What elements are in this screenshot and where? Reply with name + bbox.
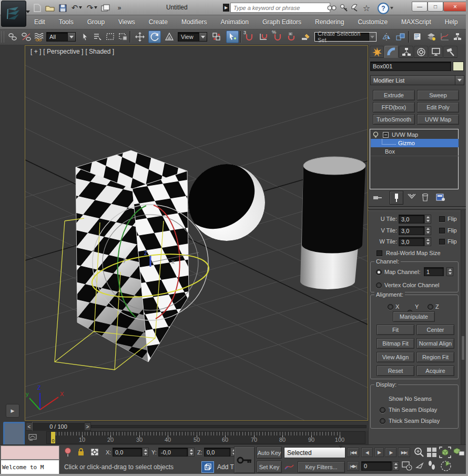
v-flip-checkbox[interactable]	[439, 228, 445, 234]
v-tile-spinner[interactable]	[424, 226, 431, 235]
menu-group[interactable]: Group	[80, 18, 111, 26]
percent-snap-toggle-icon[interactable]: %	[271, 31, 284, 43]
zoom-extents-icon[interactable]	[439, 447, 451, 458]
bitmap-fit-button[interactable]: Bitmap Fit	[377, 338, 414, 349]
menu-help[interactable]: Help	[438, 18, 465, 26]
z-coord-field[interactable]: 0,0	[204, 448, 230, 457]
thick-seam-radio[interactable]	[380, 418, 385, 424]
select-and-move-icon[interactable]	[134, 31, 146, 43]
time-slider-next-button[interactable]: >	[84, 422, 91, 431]
zoom-all-icon[interactable]	[426, 447, 438, 458]
w-tile-spinner[interactable]	[424, 237, 431, 246]
menu-edit[interactable]: Edit	[27, 18, 52, 26]
tab-utilities[interactable]	[443, 46, 457, 58]
menu-customize[interactable]: Customize	[351, 18, 394, 26]
map-channel-radio[interactable]	[376, 269, 382, 275]
thin-seam-radio[interactable]	[380, 407, 385, 413]
maxscript-listener-white[interactable]: Welcome to M	[1, 460, 59, 474]
help-dropdown[interactable]	[390, 7, 393, 9]
favorites-star-icon[interactable]: ☆	[361, 3, 372, 13]
unlink-selection-icon[interactable]	[20, 31, 33, 43]
mini-curve-editor-icon[interactable]	[27, 432, 38, 443]
window-crossing-icon[interactable]	[117, 31, 129, 43]
viewport-layout-tab-expand-button[interactable]: ▶	[6, 404, 19, 418]
collapse-icon[interactable]	[383, 132, 389, 138]
modifier-button-uvw-map[interactable]: UVW Map	[417, 114, 459, 125]
remove-modifier-icon[interactable]	[419, 191, 431, 203]
y-coord-field[interactable]: -0,0	[158, 448, 188, 457]
view-align-button[interactable]: View Align	[377, 352, 414, 362]
select-by-name-icon[interactable]	[91, 31, 104, 43]
bind-to-space-warp-icon[interactable]	[33, 31, 45, 43]
new-file-button[interactable]	[32, 3, 43, 13]
x-coord-field[interactable]: 0,0	[113, 448, 142, 457]
menu-animation[interactable]: Animation	[214, 18, 256, 26]
map-channel-field[interactable]: 1	[424, 267, 444, 276]
auto-key-button[interactable]: Auto Key	[257, 447, 282, 459]
isolate-balloon-icon[interactable]	[64, 448, 73, 457]
spinner-snap-toggle-icon[interactable]	[285, 31, 298, 43]
walk-through-icon[interactable]	[428, 461, 438, 471]
communication-key-icon[interactable]	[338, 3, 350, 13]
configure-modifier-sets-icon[interactable]	[435, 191, 446, 203]
make-unique-icon[interactable]	[406, 191, 418, 203]
time-slider-track[interactable]: < 0 / 100 >	[25, 421, 368, 431]
object-color-swatch[interactable]	[453, 62, 464, 71]
u-flip-checkbox[interactable]	[439, 216, 445, 222]
vertex-color-radio[interactable]	[376, 282, 382, 288]
stack-row-uvw-map[interactable]: UVW Map	[371, 130, 459, 139]
region-fit-button[interactable]: Region Fit	[416, 352, 454, 362]
maximize-button[interactable]: □	[428, 2, 443, 12]
snaps-toggle-3d-icon[interactable]: 3	[243, 31, 256, 43]
tab-display[interactable]	[429, 46, 443, 58]
align-icon[interactable]	[394, 31, 407, 43]
time-configuration-icon[interactable]	[402, 461, 413, 471]
save-file-button[interactable]	[57, 3, 68, 13]
object-name-field[interactable]: Box001	[370, 62, 451, 71]
tab-create[interactable]	[370, 46, 384, 58]
real-world-checkbox[interactable]	[377, 250, 382, 256]
pan-view-icon[interactable]	[415, 461, 426, 471]
viewport-layout-tab-active[interactable]	[3, 422, 25, 446]
center-button[interactable]: Center	[416, 325, 454, 335]
map-channel-spinner[interactable]	[446, 267, 453, 276]
redo-dropdown[interactable]	[94, 6, 97, 9]
acquire-button[interactable]: Acquire	[416, 366, 454, 376]
maxscript-listener-pink[interactable]	[1, 445, 59, 460]
viewport-menu-shading[interactable]: [ Shaded ]	[85, 48, 114, 55]
menu-tools[interactable]: Tools	[52, 18, 80, 26]
w-tile-field[interactable]: 3,0	[399, 237, 424, 246]
use-pivot-point-center-icon[interactable]	[210, 31, 223, 43]
lightbulb-icon[interactable]	[371, 131, 380, 138]
viewport-menu-view[interactable]: [ Perspective ]	[43, 48, 83, 55]
rectangular-selection-region-icon[interactable]	[104, 31, 117, 43]
u-tile-field[interactable]: 3,0	[399, 215, 424, 224]
close-button[interactable]: ×	[443, 2, 467, 12]
y-coord-spinner[interactable]	[188, 448, 195, 457]
track-bar-ruler[interactable]: 10 20 30 40 50 60 70 80 90 100 0	[46, 431, 365, 444]
x-coord-spinner[interactable]	[142, 448, 149, 457]
modifier-button-sweep[interactable]: Sweep	[417, 90, 459, 100]
modifier-button-extrude[interactable]: Extrude	[373, 90, 415, 100]
perspective-viewport[interactable]: y x z Z X y [ + ] [ Perspective ] [ Shad…	[25, 45, 368, 421]
search-icon[interactable]	[326, 3, 338, 13]
align-z-radio[interactable]	[428, 304, 433, 310]
select-and-manipulate-icon[interactable]	[226, 31, 239, 43]
reset-button[interactable]: Reset	[377, 366, 414, 376]
panel-scrollbar-thumb[interactable]	[462, 336, 464, 360]
cylinder-object[interactable]	[300, 157, 365, 289]
project-folder-button[interactable]	[100, 3, 111, 13]
tab-motion[interactable]	[414, 46, 428, 58]
app-logo-button[interactable]	[1, 1, 26, 27]
time-slider-handle[interactable]: 0 / 100	[32, 422, 85, 431]
align-x-radio[interactable]	[388, 304, 393, 310]
mirror-icon[interactable]	[381, 31, 393, 43]
tab-modify[interactable]	[384, 46, 399, 58]
key-filters-button[interactable]: Key Filters...	[298, 461, 345, 473]
selection-filter-dropdown[interactable]: All	[46, 32, 76, 42]
curve-editor-icon[interactable]	[439, 31, 451, 43]
reference-coordinate-system-dropdown[interactable]: View	[178, 32, 207, 42]
edit-named-selection-sets-icon[interactable]	[300, 31, 312, 43]
track-bar[interactable]: 10 20 30 40 50 60 70 80 90 100 0	[25, 431, 368, 444]
manage-layers-icon[interactable]	[425, 31, 438, 43]
